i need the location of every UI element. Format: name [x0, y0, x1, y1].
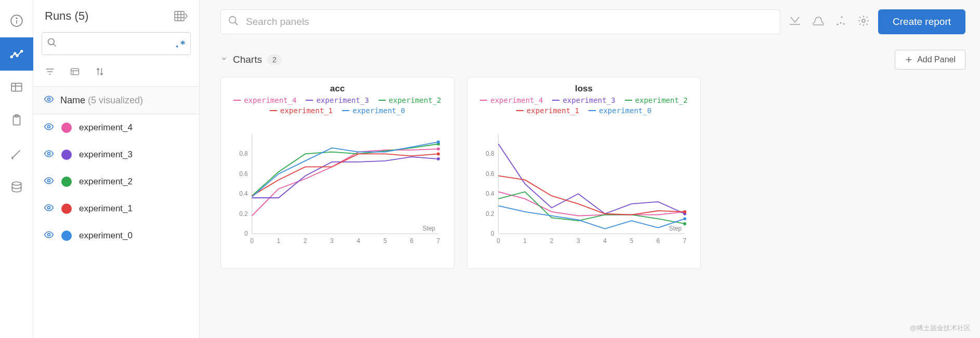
chart-legend: experiment_4experiment_3experiment_2expe… — [476, 96, 692, 115]
run-color-dot — [61, 123, 72, 133]
run-color-dot — [61, 150, 72, 160]
eye-icon[interactable] — [44, 148, 54, 161]
eye-icon[interactable] — [44, 175, 54, 188]
run-name: experiment_3 — [79, 150, 133, 160]
run-row[interactable]: experiment_4 — [33, 114, 199, 141]
name-sub: (5 visualized) — [88, 95, 143, 105]
rail-sweep[interactable] — [0, 137, 33, 170]
rail-table[interactable] — [0, 71, 33, 104]
svg-point-28 — [48, 153, 50, 155]
add-panel-button[interactable]: Add Panel — [895, 50, 965, 70]
svg-point-38 — [843, 23, 845, 25]
search-icon — [47, 37, 57, 50]
rail-info[interactable] — [0, 4, 33, 37]
svg-line-19 — [54, 44, 56, 47]
plus-icon — [905, 56, 913, 64]
legend-item: experiment_2 — [378, 96, 441, 104]
svg-text:2: 2 — [304, 237, 307, 245]
create-report-button[interactable]: Create report — [878, 9, 965, 34]
runs-search: .* — [42, 32, 191, 55]
eye-icon[interactable] — [44, 229, 54, 242]
svg-text:0.8: 0.8 — [239, 150, 248, 157]
svg-point-3 — [10, 56, 12, 58]
watermark: @稀土掘金技术社区 — [910, 323, 971, 333]
svg-point-2 — [16, 18, 17, 19]
svg-text:0.8: 0.8 — [486, 150, 494, 157]
chevron-down-icon[interactable] — [220, 55, 228, 64]
runs-column-header[interactable]: Name (5 visualized) — [33, 87, 199, 114]
nav-rail — [0, 0, 33, 338]
run-row[interactable]: experiment_3 — [33, 141, 199, 168]
workspace-main: Create report Charts 2 Add Panel accexpe… — [200, 0, 980, 338]
svg-point-5 — [16, 55, 18, 57]
svg-rect-7 — [11, 83, 22, 91]
svg-text:0.4: 0.4 — [486, 190, 494, 197]
run-color-dot — [61, 204, 72, 214]
sort-icon[interactable] — [95, 66, 105, 79]
chart-legend: experiment_4experiment_3experiment_2expe… — [229, 96, 446, 115]
svg-line-33 — [235, 22, 238, 25]
chart-panel[interactable]: lossexperiment_4experiment_3experiment_2… — [467, 77, 701, 269]
svg-text:1: 1 — [277, 237, 280, 245]
svg-rect-13 — [175, 11, 184, 21]
panel-search-input[interactable] — [220, 9, 780, 34]
chart-plot-area[interactable]: 00.20.40.60.801234567Step — [229, 118, 446, 262]
svg-text:1: 1 — [523, 237, 527, 245]
rail-charts[interactable] — [0, 37, 33, 71]
run-name: experiment_4 — [79, 123, 133, 133]
expand-table-icon[interactable] — [174, 11, 188, 21]
section-title: Charts — [233, 54, 262, 65]
run-row[interactable]: experiment_0 — [33, 222, 199, 249]
svg-text:6: 6 — [657, 237, 660, 245]
rail-artifacts[interactable] — [0, 170, 33, 204]
chart-plot-area[interactable]: 00.20.40.60.801234567Step — [476, 118, 692, 262]
svg-point-30 — [48, 207, 50, 209]
runs-search-input[interactable] — [42, 32, 191, 55]
chart-title: acc — [229, 84, 446, 94]
group-icon[interactable] — [70, 66, 80, 79]
svg-point-82 — [683, 222, 686, 225]
svg-point-63 — [437, 140, 440, 143]
svg-text:0: 0 — [244, 230, 248, 237]
svg-text:0: 0 — [491, 230, 494, 237]
panel-search — [220, 9, 780, 34]
run-row[interactable]: experiment_2 — [33, 168, 199, 195]
sidebar-tools — [33, 59, 199, 87]
run-color-dot — [61, 231, 72, 241]
legend-item: experiment_4 — [233, 96, 296, 104]
svg-text:3: 3 — [330, 237, 334, 245]
add-panel-label: Add Panel — [917, 55, 956, 64]
svg-point-6 — [21, 50, 22, 52]
svg-text:Step: Step — [669, 225, 682, 232]
search-icon — [228, 15, 239, 29]
svg-text:0.4: 0.4 — [239, 190, 248, 197]
eye-icon[interactable] — [44, 121, 54, 134]
run-name: experiment_2 — [79, 177, 133, 187]
svg-text:0.6: 0.6 — [486, 170, 494, 178]
chart-panel[interactable]: accexperiment_4experiment_3experiment_2e… — [220, 77, 454, 269]
regex-toggle[interactable]: .* — [174, 38, 186, 49]
svg-text:0: 0 — [250, 237, 254, 245]
legend-item: experiment_1 — [516, 106, 579, 115]
svg-text:0.2: 0.2 — [486, 210, 494, 218]
chart-title: loss — [476, 84, 692, 94]
smoothing-icon[interactable] — [812, 15, 825, 29]
svg-text:4: 4 — [357, 237, 360, 245]
name-header: Name — [60, 95, 85, 105]
svg-point-83 — [683, 210, 686, 213]
run-name: experiment_1 — [79, 204, 133, 214]
run-row[interactable]: experiment_1 — [33, 195, 199, 222]
svg-text:5: 5 — [383, 237, 387, 245]
outliers-icon[interactable] — [835, 15, 847, 29]
xaxis-icon[interactable] — [789, 15, 801, 29]
legend-item: experiment_0 — [589, 106, 651, 115]
legend-item: experiment_3 — [552, 96, 615, 104]
svg-point-62 — [437, 152, 440, 155]
settings-icon[interactable] — [857, 15, 870, 29]
legend-item: experiment_2 — [625, 96, 688, 104]
svg-text:6: 6 — [410, 237, 414, 245]
rail-clipboard[interactable] — [0, 104, 33, 137]
eye-icon[interactable] — [44, 202, 54, 215]
filter-icon[interactable] — [45, 66, 55, 79]
runs-sidebar: Runs (5) .* Name (5 visualized) experime… — [33, 0, 200, 338]
